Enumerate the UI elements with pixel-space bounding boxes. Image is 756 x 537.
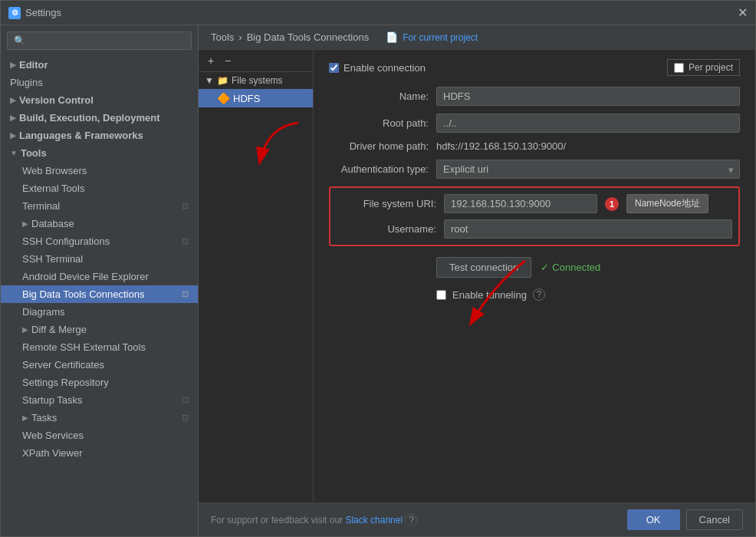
arrow-icon: ▶	[10, 114, 16, 122]
arrow-icon: ▶	[22, 413, 28, 422]
sidebar-item-label: SSH Configurations	[22, 236, 110, 247]
folder-arrow-icon: ▼	[205, 75, 214, 86]
arrow-icon: ▶	[10, 61, 16, 69]
uri-input[interactable]	[444, 194, 597, 213]
sidebar-item-label: Web Services	[22, 430, 84, 441]
enable-tunneling-checkbox[interactable]	[436, 290, 446, 300]
sidebar-item-label: Terminal	[22, 200, 60, 212]
sidebar-item-external-tools[interactable]: External Tools	[1, 180, 198, 197]
bigdata-icon: ⊡	[182, 289, 189, 299]
sidebar-item-tools[interactable]: ▼ Tools	[1, 144, 198, 162]
namenode-badge: NameNode地址	[626, 194, 708, 213]
sidebar-item-editor[interactable]: ▶ Editor	[1, 56, 198, 74]
sidebar-item-label: Database	[31, 218, 74, 229]
root-path-row: Root path:	[329, 114, 740, 133]
name-label: Name:	[329, 91, 429, 102]
tree-toolbar: + −	[199, 50, 313, 72]
sidebar-item-label: Server Certificates	[22, 359, 104, 371]
auth-type-select-wrap: Explicit uri Simple Kerberos ▾	[436, 160, 740, 179]
test-connection-button[interactable]: Test connection	[436, 257, 531, 278]
footer-help-icon[interactable]: ?	[405, 514, 417, 526]
sidebar-item-label: Build, Execution, Deployment	[19, 112, 159, 124]
sidebar-item-diff-merge[interactable]: ▶ Diff & Merge	[1, 321, 198, 338]
sidebar-item-plugins[interactable]: Plugins	[1, 74, 198, 91]
cancel-button[interactable]: Cancel	[686, 509, 743, 530]
ok-button[interactable]: OK	[627, 509, 680, 530]
close-button[interactable]: ✕	[738, 5, 748, 20]
uri-badge-number: 1	[605, 197, 619, 211]
tree-group-filesystems[interactable]: ▼ 📁 File systems	[199, 72, 313, 89]
sidebar-item-ssh-configurations[interactable]: SSH Configurations ⊡	[1, 232, 198, 250]
hdfs-icon: 🔶	[217, 92, 230, 104]
titlebar-left: ⚙ Settings	[8, 7, 61, 19]
uri-row: File system URI: 1 NameNode地址	[337, 194, 732, 213]
breadcrumb-tools: Tools	[211, 31, 234, 43]
arrow-icon: ▼	[10, 149, 18, 157]
titlebar: ⚙ Settings ✕	[1, 1, 755, 25]
sidebar-item-bigdata[interactable]: Big Data Tools Connections ⊡	[1, 285, 198, 303]
per-project-checkbox[interactable]	[674, 63, 684, 73]
sidebar-item-label: Web Browsers	[22, 165, 87, 176]
sidebar-item-settings-repo[interactable]: Settings Repository	[1, 374, 198, 391]
sidebar-item-label: Big Data Tools Connections	[22, 288, 144, 300]
enable-connection-checkbox[interactable]	[329, 63, 339, 73]
sidebar-item-version-control[interactable]: ▶ Version Control	[1, 91, 198, 109]
footer: For support or feedback visit our Slack …	[199, 502, 755, 536]
driver-home-label: Driver home path:	[329, 140, 429, 152]
startup-icon: ⊡	[182, 395, 189, 405]
per-project-label[interactable]: Per project	[667, 59, 740, 76]
footer-buttons: OK Cancel	[627, 509, 743, 530]
enable-connection-label[interactable]: Enable connection	[329, 62, 426, 74]
sidebar-item-diagrams[interactable]: Diagrams	[1, 303, 198, 321]
username-label: Username:	[337, 223, 436, 235]
sidebar-item-label: Plugins	[10, 77, 43, 88]
tree-item-label: HDFS	[233, 93, 260, 104]
sidebar-item-label: Diff & Merge	[31, 324, 87, 335]
help-icon[interactable]: ?	[533, 288, 545, 301]
sidebar-item-tasks[interactable]: ▶ Tasks ⊡	[1, 409, 198, 427]
username-input[interactable]	[444, 219, 732, 239]
sidebar-item-web-services[interactable]: Web Services	[1, 427, 198, 444]
sidebar-item-label: Startup Tasks	[22, 394, 83, 406]
root-path-input[interactable]	[436, 114, 740, 133]
remove-connection-button[interactable]: −	[222, 53, 234, 68]
sidebar-item-web-browsers[interactable]: Web Browsers	[1, 162, 198, 180]
project-link[interactable]: For current project	[403, 32, 478, 43]
main-content-area: ▶ Editor Plugins ▶ Version Control ▶ Bui…	[1, 25, 755, 536]
driver-home-value: hdfs://192.168.150.130:9000/	[436, 140, 740, 152]
sidebar-item-remote-ssh[interactable]: Remote SSH External Tools	[1, 338, 198, 356]
sidebar-item-server-certs[interactable]: Server Certificates	[1, 356, 198, 374]
tree-item-hdfs[interactable]: 🔶 HDFS	[199, 89, 313, 107]
settings-window: ⚙ Settings ✕ ▶ Editor Plugins ▶ Version …	[0, 0, 756, 537]
slack-link[interactable]: Slack channel	[345, 515, 403, 525]
breadcrumb-separator: ›	[238, 31, 242, 43]
sidebar-item-xpath[interactable]: XPath Viewer	[1, 444, 198, 462]
terminal-icon: ⊡	[182, 201, 189, 211]
arrow-icon: ▶	[10, 131, 16, 140]
sidebar-item-terminal[interactable]: Terminal ⊡	[1, 197, 198, 215]
sidebar-item-ssh-terminal[interactable]: SSH Terminal	[1, 250, 198, 268]
auth-type-row: Authentication type: Explicit uri Simple…	[329, 160, 740, 179]
uri-credentials-box: File system URI: 1 NameNode地址 Username:	[329, 186, 740, 246]
tunneling-row: Enable tunneling ?	[436, 288, 740, 301]
search-input[interactable]	[7, 31, 192, 50]
sidebar-item-startup-tasks[interactable]: Startup Tasks ⊡	[1, 391, 198, 409]
file-icon: 📄	[386, 31, 398, 43]
root-path-label: Root path:	[329, 117, 429, 129]
support-text: For support or feedback visit our	[211, 515, 343, 525]
sidebar-item-label: Languages & Frameworks	[19, 130, 143, 141]
sidebar-item-database[interactable]: ▶ Database	[1, 215, 198, 232]
sidebar-item-label: Remote SSH External Tools	[22, 341, 146, 353]
add-connection-button[interactable]: +	[205, 53, 217, 68]
sidebar-item-label: XPath Viewer	[22, 447, 83, 459]
uri-label: File system URI:	[337, 198, 436, 209]
sidebar-item-languages[interactable]: ▶ Languages & Frameworks	[1, 127, 198, 144]
sidebar-item-label: Diagrams	[22, 306, 65, 318]
name-input[interactable]	[436, 87, 740, 106]
sidebar-item-android[interactable]: Android Device File Explorer	[1, 268, 198, 285]
search-box	[1, 25, 198, 56]
sidebar-item-label: Editor	[19, 59, 48, 71]
auth-type-select[interactable]: Explicit uri Simple Kerberos	[436, 160, 740, 179]
sidebar-item-label: Version Control	[19, 94, 94, 106]
sidebar-item-build[interactable]: ▶ Build, Execution, Deployment	[1, 109, 198, 127]
